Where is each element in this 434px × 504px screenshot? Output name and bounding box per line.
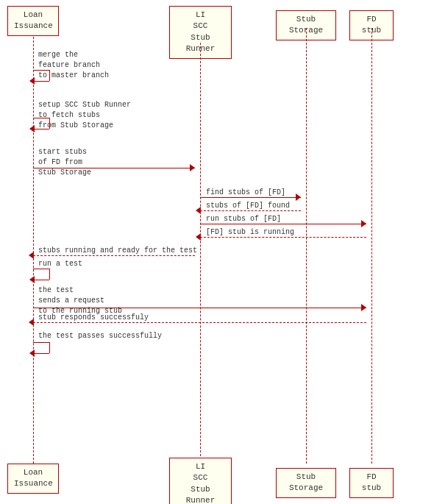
msg-fdrunning-arrowhead — [196, 233, 201, 241]
lifeline-loan — [33, 37, 34, 464]
msg-setup-line-v — [49, 118, 50, 129]
msg-run-arrowhead — [361, 220, 366, 227]
msg-merge-line-h1 — [33, 70, 49, 71]
msg-run-line — [200, 224, 366, 224]
msg-runtest-line-v — [49, 269, 50, 280]
msg-find-label: find stubs of [FD] — [206, 188, 285, 196]
msg-passes-label: the test passes successfully — [38, 331, 162, 341]
msg-find-line — [200, 197, 301, 198]
msg-ready-line — [33, 255, 195, 256]
msg-passes-line-v — [49, 342, 50, 353]
msg-runtest-label: run a test — [38, 259, 82, 269]
msg-ready-arrowhead — [29, 252, 34, 259]
msg-found-arrowhead — [196, 207, 201, 214]
lifeline-scc — [200, 43, 201, 464]
msg-passes-arrowhead — [29, 349, 35, 357]
msg-ready-label: stubs running and ready for the test — [38, 246, 197, 255]
msg-merge-line-h2 — [34, 81, 49, 82]
actor-scc-bottom: LISCCStub Runner — [169, 458, 232, 504]
msg-find-arrowhead — [296, 194, 301, 201]
msg-setup-arrowhead — [29, 125, 35, 132]
actor-storage-bottom: Stub Storage — [276, 468, 336, 498]
msg-respond-line — [33, 322, 366, 323]
sequence-diagram: LoanIssuance LISCCStub Runner Stub Stora… — [0, 0, 434, 504]
msg-found-line — [200, 210, 301, 211]
msg-passes-line-h1 — [33, 342, 49, 343]
msg-testreq-arrowhead — [361, 304, 366, 311]
msg-respond-label: stub responds successfuly — [38, 313, 149, 322]
actor-loan-top: LoanIssuance — [7, 6, 59, 36]
msg-setup-line-h2 — [34, 129, 49, 129]
msg-start-line — [33, 168, 195, 168]
msg-run-label: run stubs of [FD] — [206, 215, 281, 223]
msg-fdrunning-line — [200, 237, 366, 238]
msg-respond-arrowhead — [29, 319, 34, 326]
msg-testreq-label: the testsends a requestto the running st… — [38, 285, 122, 316]
msg-start-arrowhead — [190, 164, 195, 171]
actor-loan-bottom: LoanIssuance — [7, 464, 59, 494]
msg-setup-label: setup SCC Stub Runnerto fetch stubsfrom … — [38, 100, 131, 131]
msg-merge-line-v — [49, 70, 50, 81]
msg-start-label: start stubsof FD fromStub Storage — [38, 147, 91, 178]
msg-runtest-arrowhead — [29, 276, 35, 283]
msg-passes-line-h2 — [34, 353, 49, 354]
msg-merge-arrowhead — [29, 77, 35, 85]
msg-setup-line-h1 — [33, 118, 49, 118]
msg-runtest-line-h2 — [34, 280, 49, 280]
lifeline-fd — [371, 28, 372, 464]
msg-testreq-line — [33, 308, 366, 308]
msg-runtest-line-h1 — [33, 269, 49, 269]
msg-fdrunning-label: [FD] stub is running — [206, 228, 294, 236]
msg-found-label: stubs of [FD] found — [206, 202, 290, 210]
lifeline-storage — [306, 28, 307, 464]
actor-fd-bottom: FD stub — [349, 468, 394, 498]
